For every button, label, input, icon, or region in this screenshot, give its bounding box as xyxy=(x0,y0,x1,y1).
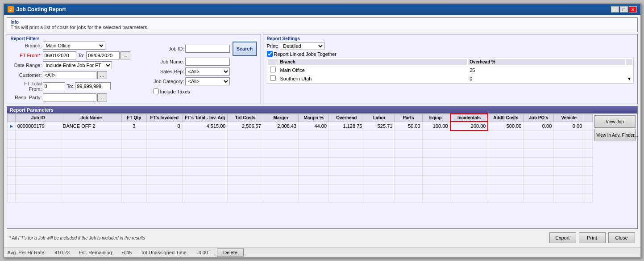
table-row xyxy=(7,184,592,193)
row-vehicle: 0.00 xyxy=(554,122,584,130)
est-remaining-label: Est. Remaining: xyxy=(79,250,113,255)
minimize-button[interactable]: – xyxy=(611,6,619,13)
table-row xyxy=(7,157,592,166)
col-job-name: Job Name xyxy=(61,114,121,122)
row-overhead: 1,128.75 xyxy=(329,122,364,130)
row-tot-costs: 2,506.57 xyxy=(228,122,263,130)
row-job-name: DANCE OFF 2 xyxy=(61,122,121,130)
settings-header: Report Settings xyxy=(267,36,634,41)
title-buttons: – □ ✕ xyxy=(611,6,637,13)
resp-party-input[interactable] xyxy=(43,93,96,101)
ft-to-input[interactable] xyxy=(86,51,120,59)
sales-rep-select[interactable]: <All> xyxy=(185,67,230,76)
ft-total-to-input[interactable] xyxy=(75,82,111,90)
ft-from-input[interactable]: 06/01/2020 xyxy=(43,51,76,59)
col-margin-pct: Margin % xyxy=(299,114,329,122)
overhead-pct-0: 25 xyxy=(468,66,625,74)
table-row: ► 0000000179 DANCE OFF 2 3 0 4,515.00 2,… xyxy=(7,122,592,130)
title-bar: J Job Costing Report – □ ✕ xyxy=(4,4,640,15)
status-bar: Avg. Per Hr Rate: 410.23 Est. Remaining:… xyxy=(4,247,640,257)
row-ft-total: 4,515.00 xyxy=(182,122,228,130)
ft-total-from-input[interactable] xyxy=(43,82,65,90)
tot-unassigned-label: Tot Unassigned Time: xyxy=(141,250,188,255)
col-overhead: Overhead xyxy=(329,114,364,122)
app-icon: J xyxy=(8,6,14,13)
job-id-input[interactable] xyxy=(185,45,230,53)
job-name-input[interactable] xyxy=(185,58,230,66)
job-id-label: Job ID: xyxy=(153,46,184,51)
overhead-branch-col: Branch xyxy=(278,59,467,65)
col-scroll xyxy=(584,114,592,122)
job-category-label: Job Category: xyxy=(153,79,184,84)
col-job-pos: Job PO's xyxy=(524,114,554,122)
row-margin-pct: 44.00 xyxy=(299,122,329,130)
customer-input[interactable] xyxy=(43,71,96,79)
linked-jobs-checkbox[interactable] xyxy=(267,51,273,57)
overhead-check-1[interactable] xyxy=(270,75,276,81)
row-incidentals: 200.00 xyxy=(450,122,488,130)
export-button[interactable]: Export xyxy=(549,232,576,243)
col-equip: Equip. xyxy=(422,114,450,122)
tot-unassigned-value: -4:00 xyxy=(197,250,208,255)
col-incidentals: Incidentals xyxy=(450,114,488,122)
resp-party-picker-button[interactable]: ... xyxy=(97,93,107,101)
ft-date-picker-button[interactable]: ... xyxy=(120,51,130,59)
row-labor: 525.71 xyxy=(364,122,395,130)
col-ft-total: FT's Total - Inv. Adj xyxy=(182,114,228,122)
col-job-id: Job ID xyxy=(15,114,61,122)
include-taxes-checkbox[interactable] xyxy=(153,88,159,94)
close-bottom-button[interactable]: Close xyxy=(608,232,635,243)
print-button[interactable]: Print xyxy=(579,232,606,243)
resp-party-label: Resp. Party: xyxy=(11,95,42,100)
sales-rep-label: Sales Rep: xyxy=(153,69,184,74)
ft-to-label: To: xyxy=(78,53,85,58)
overhead-pct-col: Overhead % xyxy=(468,59,625,65)
overhead-pct-1: 0 xyxy=(468,75,625,82)
col-addtl-costs: Addtl Costs xyxy=(488,114,523,122)
row-job-id: 0000000179 xyxy=(15,122,61,130)
row-addtl-costs: 500.00 xyxy=(488,122,523,130)
row-equip: 100.00 xyxy=(422,122,450,130)
table-row xyxy=(7,139,592,148)
branch-label: Branch: xyxy=(11,43,42,48)
info-text: This will print a list of costs for jobs… xyxy=(11,25,634,30)
view-finder-button[interactable]: View In Adv. Finder... xyxy=(594,129,636,141)
col-ft-qty: FT Qty xyxy=(121,114,147,122)
params-table: Job ID Job Name FT Qty FT's Invoiced FT'… xyxy=(7,114,593,202)
params-sidebar: View Job View In Adv. Finder... xyxy=(593,114,637,228)
overhead-check-0[interactable] xyxy=(270,67,276,72)
col-tot-costs: Tot Costs xyxy=(228,114,263,122)
overhead-branch-1: Southern Utah xyxy=(278,75,467,82)
close-button[interactable]: ✕ xyxy=(629,6,637,13)
view-job-button[interactable]: View Job xyxy=(594,115,636,128)
report-settings: Report Settings Print: Detailed Report L… xyxy=(263,34,638,104)
search-button[interactable]: Search xyxy=(233,42,257,56)
linked-jobs-label[interactable]: Report Linked Jobs Together xyxy=(267,51,337,57)
report-filters: Report Filters Branch: Main Office xyxy=(7,34,261,104)
row-ft-qty: 3 xyxy=(121,122,147,130)
params-header: Report Parameters xyxy=(7,106,637,114)
print-select[interactable]: Detailed xyxy=(280,42,324,50)
col-labor: Labor xyxy=(364,114,395,122)
row-margin: 2,008.43 xyxy=(263,122,298,130)
params-table-wrap[interactable]: Job ID Job Name FT Qty FT's Invoiced FT'… xyxy=(7,114,593,228)
col-ft-invoiced: FT's Invoiced xyxy=(147,114,182,122)
job-category-select[interactable]: <All> xyxy=(185,77,230,85)
table-row xyxy=(7,175,592,184)
ft-from-label: FT From*: xyxy=(11,53,42,58)
include-taxes-label[interactable]: Include Taxes xyxy=(153,88,190,94)
ft-total-from-label: FT Total From: xyxy=(11,81,42,92)
delete-button[interactable]: Delete xyxy=(217,248,244,257)
maximize-button[interactable]: □ xyxy=(620,6,628,13)
customer-picker-button[interactable]: ... xyxy=(97,71,107,79)
est-remaining-value: 6:45 xyxy=(122,250,132,255)
branch-select[interactable]: Main Office xyxy=(43,42,105,50)
bottom-buttons: Export Print Close xyxy=(549,232,635,243)
overhead-row-0: Main Office 25 xyxy=(268,66,632,74)
job-name-label: Job Name: xyxy=(153,59,184,64)
bottom-note: * All FT's for a Job will be included if… xyxy=(9,236,145,240)
filters-settings-row: Report Filters Branch: Main Office xyxy=(7,34,638,104)
table-row xyxy=(7,193,592,202)
date-range-select[interactable]: Include Entire Job For FT xyxy=(43,61,112,69)
overhead-row-1: Southern Utah 0 ▾ xyxy=(268,75,632,82)
